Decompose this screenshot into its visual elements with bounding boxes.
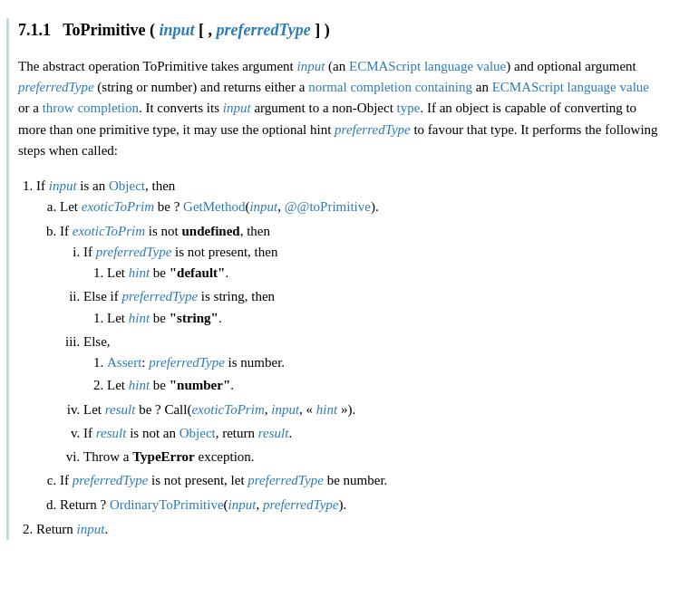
intro-normal-completion-link[interactable]: normal completion <box>308 80 412 94</box>
section-number: 7.1.1 <box>18 21 51 39</box>
step1c-preferred-link[interactable]: preferredType <box>73 473 149 487</box>
step1-input-link[interactable]: input <box>49 178 77 193</box>
step1a-input-link[interactable]: input <box>249 199 277 214</box>
step1a-exotic-link[interactable]: exoticToPrim <box>82 199 154 214</box>
intro-throw-completion-link[interactable]: throw completion <box>43 101 139 115</box>
intro-type-link[interactable]: type <box>397 101 421 115</box>
step1b-i-1-hint-link[interactable]: hint <box>129 265 150 280</box>
step-1b-i-sub: Let hint be "default". <box>107 263 662 284</box>
step-1b-i: If preferredType is not present, then Le… <box>83 242 662 284</box>
input-param-heading[interactable]: input <box>160 21 195 39</box>
step1b-iv-hint-link[interactable]: hint <box>316 402 337 417</box>
intro-input2-link[interactable]: input <box>223 101 251 115</box>
step-1b-iii: Else, Assert: preferredType is number. L… <box>83 332 662 397</box>
step1b-iii-assert-link[interactable]: Assert <box>107 355 141 370</box>
step-1b-iv: Let result be ? Call(exoticToPrim, input… <box>83 399 662 420</box>
step-2: Return input. <box>36 519 662 540</box>
step1a-getmethod-link[interactable]: GetMethod <box>183 199 245 214</box>
step-1a: Let exoticToPrim be ? GetMethod(input, @… <box>60 197 662 217</box>
step-1b-iii-2: Let hint be "number". <box>107 375 662 396</box>
intro-containing-link[interactable]: containing <box>415 80 472 94</box>
func-title: ToPrimitive ( input [ , preferredType ] … <box>63 21 330 39</box>
intro-preferred-type2-link[interactable]: preferredType <box>335 122 411 137</box>
page-container: 7.1.1 ToPrimitive ( input [ , preferredT… <box>6 18 662 540</box>
section-heading: 7.1.1 ToPrimitive ( input [ , preferredT… <box>18 18 662 43</box>
step1d-ordinary-link[interactable]: OrdinaryToPrimitive <box>110 497 224 512</box>
step1b-v-result-link[interactable]: result <box>96 426 127 440</box>
step-1d: Return ? OrdinaryToPrimitive(input, pref… <box>60 495 662 515</box>
step1b-ii-1-hint-link[interactable]: hint <box>129 311 150 325</box>
step1b-v-result2-link[interactable]: result <box>258 426 289 440</box>
step-1c: If preferredType is not present, let pre… <box>60 470 662 491</box>
step-1b-vi: Throw a TypeError exception. <box>83 447 662 467</box>
top-level-steps: If input is an Object, then Let exoticTo… <box>36 176 662 540</box>
step-1b-ii: Else if preferredType is string, then Le… <box>83 286 662 329</box>
step1b-iv-exotic-link[interactable]: exoticToPrim <box>191 402 264 417</box>
intro-paragraph: The abstract operation ToPrimitive takes… <box>18 56 662 161</box>
step-1b-roman: If preferredType is not present, then Le… <box>83 242 662 468</box>
step1c-preferred2-link[interactable]: preferredType <box>247 473 324 487</box>
intro-ecma-lang-value2-link[interactable]: ECMAScript language value <box>492 80 649 94</box>
step-1b-ii-1: Let hint be "string". <box>107 308 662 329</box>
step1b-iv-result-link[interactable]: result <box>105 402 136 417</box>
step-1b-ii-sub: Let hint be "string". <box>107 308 662 329</box>
step1b-i-preferred-link[interactable]: preferredType <box>96 245 172 259</box>
step-1: If input is an Object, then Let exoticTo… <box>36 176 662 515</box>
step2-input-link[interactable]: input <box>77 522 105 536</box>
step-1b-i-1: Let hint be "default". <box>107 263 662 284</box>
step1d-input-link[interactable]: input <box>228 497 257 512</box>
step1-object-link[interactable]: Object <box>109 178 145 193</box>
step1b-iii-2-hint-link[interactable]: hint <box>129 378 150 392</box>
step1b-exotic-link[interactable]: exoticToPrim <box>73 224 145 238</box>
intro-preferred-type-link[interactable]: preferredType <box>18 80 94 94</box>
step-1b: If exoticToPrim is not undefined, then I… <box>60 221 662 468</box>
step1d-preferred-link[interactable]: preferredType <box>263 497 339 512</box>
preferred-type-param-heading[interactable]: preferredType <box>217 21 311 39</box>
step-1b-iii-1: Assert: preferredType is number. <box>107 352 662 373</box>
step1b-iii-preferred-link[interactable]: preferredType <box>149 355 225 370</box>
intro-ecma-lang-value-link[interactable]: ECMAScript language value <box>349 59 506 73</box>
step1b-iv-input-link[interactable]: input <box>271 402 299 417</box>
step1a-toprimitive-link[interactable]: @@toPrimitive <box>285 199 371 214</box>
intro-input-link[interactable]: input <box>296 59 325 73</box>
step1b-v-object-link[interactable]: Object <box>180 426 216 440</box>
step-1b-iii-sub: Assert: preferredType is number. Let hin… <box>107 352 662 397</box>
step-1b-v: If result is not an Object, return resul… <box>83 423 662 444</box>
step1b-ii-preferred-link[interactable]: preferredType <box>122 289 199 303</box>
step-1-alpha: Let exoticToPrim be ? GetMethod(input, @… <box>60 197 662 515</box>
